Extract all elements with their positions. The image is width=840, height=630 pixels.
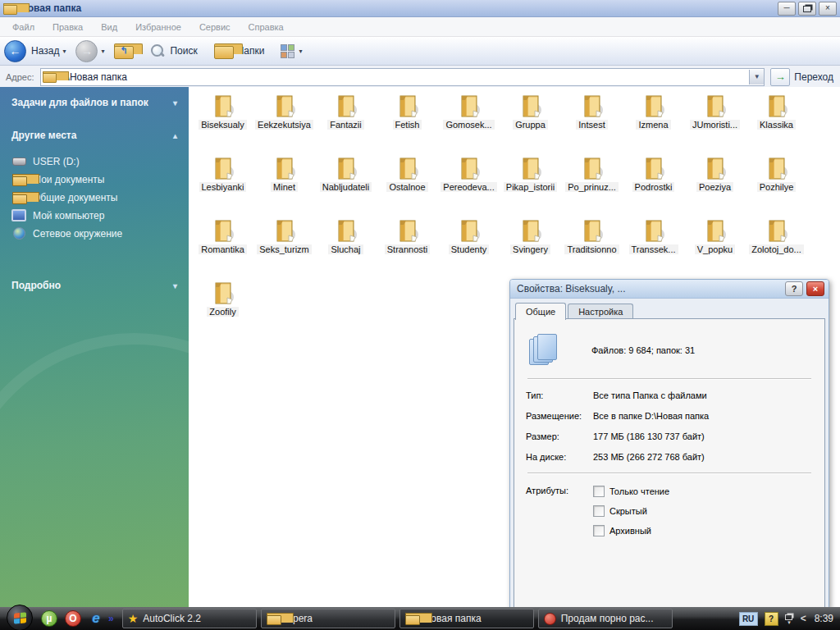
folder-icon (763, 219, 791, 244)
folder-icon (394, 219, 422, 244)
folder-name: Lesbiyanki (199, 182, 247, 192)
forward-arrow-icon: → (75, 40, 98, 62)
tray-windows-icon[interactable]: ▾ (785, 613, 794, 624)
folder-item[interactable]: Zoofily (192, 278, 253, 340)
checkbox[interactable] (593, 505, 605, 517)
dialog-tab[interactable]: Общие (515, 303, 566, 320)
folder-item[interactable]: Nabljudateli (315, 153, 377, 216)
sidebar-place-link[interactable]: Общие документы (11, 191, 189, 203)
minimize-button[interactable]: ─ (778, 2, 796, 16)
folder-item[interactable]: Pozhilye (746, 153, 807, 216)
folder-item[interactable]: Seks_turizm (253, 216, 315, 278)
menu-item[interactable]: Правка (43, 20, 92, 34)
taskbar-button[interactable]: ★AutoClick 2.2 (122, 609, 257, 628)
property-row: Размер:177 МБ (186 130 737 байт) (526, 431, 813, 441)
folder-item[interactable]: Transsek... (623, 216, 684, 278)
dialog-help-button[interactable]: ? (785, 281, 803, 296)
forward-dropdown-icon[interactable]: ▾ (101, 48, 104, 55)
menu-item[interactable]: Справка (240, 20, 293, 34)
close-button[interactable]: × (819, 2, 837, 16)
folder-item[interactable]: Po_prinuz... (561, 153, 623, 216)
folder-item[interactable]: Lesbiyanki (192, 153, 253, 216)
opera-icon[interactable]: O (65, 610, 81, 627)
folders-button[interactable]: Папки (214, 43, 268, 58)
taskbar-button[interactable]: Opera (261, 609, 395, 628)
folder-item[interactable]: Sluchaj (315, 216, 377, 278)
chevron-up-icon[interactable]: ▴ (173, 131, 177, 140)
taskbar-button[interactable]: Продам порно рас... (538, 609, 673, 628)
properties-dialog: Свойства: Biseksualy, ... ? × ОбщиеНастр… (509, 279, 829, 609)
menu-item[interactable]: Сервис (190, 20, 240, 34)
address-dropdown-button[interactable]: ▼ (749, 70, 764, 84)
up-button[interactable]: ↰ (114, 43, 132, 58)
menu-item[interactable]: Избранное (126, 20, 190, 34)
sidebar-place-link[interactable]: Мои документы (11, 173, 189, 185)
dialog-close-button[interactable]: × (806, 281, 824, 296)
folder-icon (394, 94, 422, 119)
folder-item[interactable]: JUmoristi... (684, 91, 746, 153)
language-indicator[interactable]: RU (739, 612, 758, 626)
search-button[interactable]: Поиск (150, 43, 200, 58)
folder-item[interactable]: Gruppa (500, 91, 561, 153)
folder-item[interactable]: Svingery (500, 216, 561, 278)
folder-item[interactable]: Intsest (561, 91, 623, 153)
sidebar-place-link[interactable]: USER (D:) (11, 155, 189, 167)
chevron-down-icon[interactable]: ▾ (173, 98, 177, 107)
folder-item[interactable]: Romantika (192, 216, 253, 278)
forward-button[interactable]: → ▾ (75, 40, 107, 62)
restore-button[interactable] (798, 2, 816, 16)
back-dropdown-icon[interactable]: ▾ (62, 48, 66, 55)
views-dropdown-icon[interactable]: ▾ (299, 48, 302, 55)
folder-item[interactable]: Poeziya (684, 153, 746, 216)
folder-item[interactable]: Ostalnoe (377, 153, 438, 216)
sidebar-section-other-places[interactable]: Другие места ▴ (0, 120, 189, 146)
folder-item[interactable]: Pereodeva... (438, 153, 500, 216)
folder-name: Seks_turizm (257, 244, 312, 254)
views-button[interactable]: ▾ (281, 44, 305, 58)
computer-icon (11, 209, 26, 221)
tray-help-icon[interactable]: ? (765, 612, 778, 626)
folder-item[interactable]: Eekzekutsiya (253, 91, 315, 153)
folder-item[interactable]: Izmena (623, 91, 684, 153)
sidebar-place-link[interactable]: Мой компьютер (11, 209, 189, 221)
folder-item[interactable]: Podrostki (623, 153, 684, 216)
folder-item[interactable]: Biseksualy (192, 91, 253, 153)
folder-item[interactable]: Zolotoj_do... (746, 216, 807, 278)
folder-item[interactable]: Fantazii (315, 91, 377, 153)
checkbox[interactable] (593, 525, 605, 536)
folder-item[interactable]: Pikap_istorii (500, 153, 561, 216)
folder-item[interactable]: Studenty (438, 216, 500, 278)
start-button[interactable] (7, 605, 33, 630)
taskbar-button[interactable]: Новая папка (399, 609, 534, 628)
ie-icon[interactable]: e (89, 611, 103, 626)
menu-item[interactable]: Файл (3, 20, 43, 34)
separator (527, 378, 811, 380)
folder-item[interactable]: Traditsionno (561, 216, 623, 278)
folder-name: Transsek... (629, 244, 678, 254)
address-input[interactable] (56, 71, 750, 84)
back-button[interactable]: ← Назад ▾ (4, 40, 69, 62)
folder-item[interactable]: Gomosek... (438, 91, 500, 153)
window-folder-icon (3, 3, 16, 14)
property-value: Все типа Папка с файлами (593, 390, 707, 400)
folder-item[interactable]: Fetish (377, 91, 438, 153)
folder-item[interactable]: Strannosti (377, 216, 438, 278)
folder-name: V_popku (695, 244, 735, 254)
sidebar-section-details[interactable]: Подробно ▾ (0, 270, 189, 296)
checkbox[interactable] (593, 486, 605, 497)
sidebar-section-file-tasks[interactable]: Задачи для файлов и папок ▾ (0, 87, 189, 113)
quick-launch-more-icon[interactable]: » (108, 613, 114, 624)
folder-item[interactable]: V_popku (684, 216, 746, 278)
attribute-option: Только чтение (593, 486, 669, 497)
go-button[interactable]: → (770, 68, 790, 86)
folder-item[interactable]: Minet (253, 153, 315, 216)
folder-icon (578, 219, 606, 244)
folder-icon (332, 94, 360, 119)
tray-collapse-icon[interactable]: < (801, 613, 806, 624)
menu-item[interactable]: Вид (92, 20, 126, 34)
chevron-down-icon[interactable]: ▾ (173, 281, 177, 290)
sidebar-place-link[interactable]: Сетевое окружение (11, 227, 189, 240)
dialog-title: Свойства: Biseksualy, ... (517, 283, 782, 294)
folder-item[interactable]: Klassika (746, 91, 807, 153)
utorrent-icon[interactable]: µ (41, 610, 57, 627)
